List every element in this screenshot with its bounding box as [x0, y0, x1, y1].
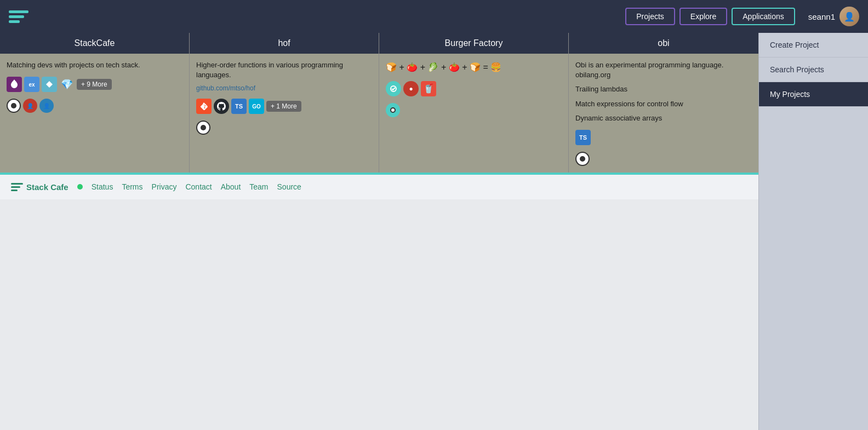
- footer-contact-link[interactable]: Contact: [185, 182, 212, 191]
- footer-privacy-link[interactable]: Privacy: [152, 182, 177, 191]
- elixir-icon: [7, 77, 22, 92]
- logo-bar-3: [9, 20, 20, 23]
- ex-icon: ex: [24, 77, 39, 92]
- go-icon: GO: [249, 99, 264, 114]
- user-avatars-stackcafe: 👤 👤: [7, 99, 182, 113]
- projects-area: StackCafe Matching devs with projects on…: [0, 33, 758, 430]
- project-card-hof[interactable]: hof Higher-order functions in various pr…: [190, 33, 379, 173]
- project-card-burger-factory[interactable]: Burger Factory 🍞 + 🍅 + 🥬 + 🍅 + 🍞 = 🍔 ● 🥤: [379, 33, 569, 173]
- explore-nav-button[interactable]: Explore: [679, 8, 727, 25]
- footer-logo-bar-2: [11, 186, 20, 188]
- elm-icon: [42, 77, 57, 92]
- user-avatars-obi: [575, 152, 752, 166]
- tech-icons-burger: ● 🥤: [386, 81, 562, 96]
- projects-nav-button[interactable]: Projects: [625, 8, 675, 25]
- footer-logo-bar-1: [11, 183, 23, 185]
- project-desc-hof: Higher-order functions in various progra…: [196, 60, 372, 80]
- logo-bar-2: [9, 15, 24, 18]
- project-body-hof: Higher-order functions in various progra…: [190, 54, 379, 173]
- project-body-burger-factory: 🍞 + 🍅 + 🥬 + 🍅 + 🍞 = 🍔 ● 🥤: [379, 54, 568, 173]
- obi-desc-4: Dynamic associative arrays: [575, 113, 752, 123]
- obi-desc-3: Match expressions for control flow: [575, 99, 752, 109]
- github-icon: [214, 99, 229, 114]
- user-section: seann1 👤: [808, 7, 859, 26]
- user-avatar[interactable]: 👤: [840, 7, 859, 26]
- sidebar-item-my-projects[interactable]: My Projects: [759, 82, 868, 107]
- project-emoji-burger: 🍞 + 🍅 + 🥬 + 🍅 + 🍞 = 🍔: [386, 60, 562, 74]
- avatar-1-stackcafe: 👤: [23, 99, 37, 113]
- git-icon: [196, 99, 212, 114]
- tech-icons-hof: TS GO + 1 More: [196, 99, 372, 114]
- project-title-burger-factory: Burger Factory: [379, 33, 568, 54]
- footer-logo-icon: [11, 183, 23, 191]
- ts-icon-obi: TS: [575, 130, 591, 145]
- owner-dot-stackcafe: [7, 99, 21, 113]
- sidebar: Create Project Search Projects My Projec…: [758, 33, 868, 430]
- footer-status-link[interactable]: Status: [92, 182, 113, 191]
- ts-icon-hof: TS: [231, 99, 247, 114]
- footer-logo[interactable]: Stack Cafe: [11, 182, 68, 192]
- sidebar-item-create-project[interactable]: Create Project: [759, 33, 868, 58]
- project-title-hof: hof: [190, 33, 379, 54]
- avatar-2-stackcafe: 👤: [39, 99, 54, 113]
- tech-icons-stackcafe: ex 💎 + 9 More: [7, 77, 182, 92]
- owner-dot-hof: [196, 121, 210, 135]
- project-desc-stackcafe: Matching devs with projects on tech stac…: [7, 60, 182, 70]
- logo-bar-1: [9, 10, 28, 13]
- status-dot: [77, 184, 83, 190]
- red-circle-icon: ●: [403, 81, 419, 96]
- sidebar-item-search-projects[interactable]: Search Projects: [759, 58, 868, 82]
- tech-icons-obi: TS: [575, 130, 752, 145]
- projects-grid: StackCafe Matching devs with projects on…: [0, 33, 758, 174]
- teal-circle-icon: [386, 81, 401, 96]
- header-nav: Projects Explore Applications seann1 👤: [625, 7, 859, 26]
- project-title-obi: obi: [569, 33, 758, 54]
- applications-nav-button[interactable]: Applications: [732, 8, 795, 25]
- project-title-stackcafe: StackCafe: [0, 33, 189, 54]
- cup-icon: 🥤: [421, 81, 436, 96]
- svg-marker-0: [46, 81, 53, 88]
- footer-logo-bar-3: [11, 190, 18, 191]
- user-avatars-burger: [386, 103, 562, 117]
- user-avatars-hof: [196, 121, 372, 135]
- obi-desc-2: Trailing lambdas: [575, 84, 752, 94]
- footer-source-link[interactable]: Source: [277, 182, 301, 191]
- footer-about-link[interactable]: About: [221, 182, 241, 191]
- owner-avatar-burger: [386, 103, 400, 117]
- project-body-obi: Obi is an experimental programming langu…: [569, 54, 758, 173]
- owner-dot-obi: [575, 152, 590, 166]
- project-card-stackcafe[interactable]: StackCafe Matching devs with projects on…: [0, 33, 190, 173]
- footer-team-link[interactable]: Team: [249, 182, 268, 191]
- project-card-obi[interactable]: obi Obi is an experimental programming l…: [569, 33, 758, 173]
- more-badge-stackcafe[interactable]: + 9 More: [77, 79, 112, 90]
- project-body-stackcafe: Matching devs with projects on tech stac…: [0, 54, 189, 173]
- header: Projects Explore Applications seann1 👤: [0, 0, 868, 33]
- username-label: seann1: [808, 12, 835, 21]
- footer: Stack Cafe Status Terms Privacy Contact …: [0, 174, 758, 199]
- logo-icon[interactable]: [9, 8, 31, 25]
- footer-brand-name: Stack Cafe: [26, 182, 68, 192]
- project-link-hof[interactable]: github.com/mtso/hof: [196, 84, 372, 92]
- main-container: StackCafe Matching devs with projects on…: [0, 33, 868, 430]
- more-badge-hof[interactable]: + 1 More: [266, 101, 301, 112]
- ruby-icon: 💎: [59, 77, 75, 92]
- footer-terms-link[interactable]: Terms: [122, 182, 142, 191]
- obi-desc-1: Obi is an experimental programming langu…: [575, 60, 752, 80]
